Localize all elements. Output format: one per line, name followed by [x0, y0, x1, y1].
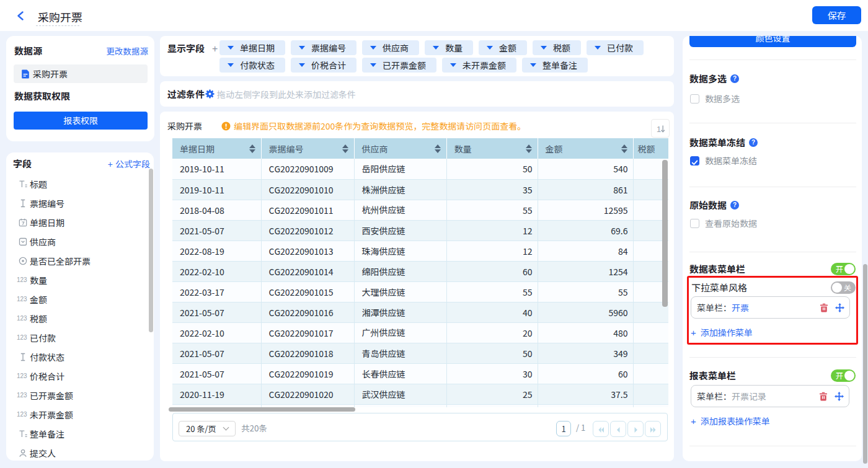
svg-text:1: 1: [657, 125, 661, 134]
